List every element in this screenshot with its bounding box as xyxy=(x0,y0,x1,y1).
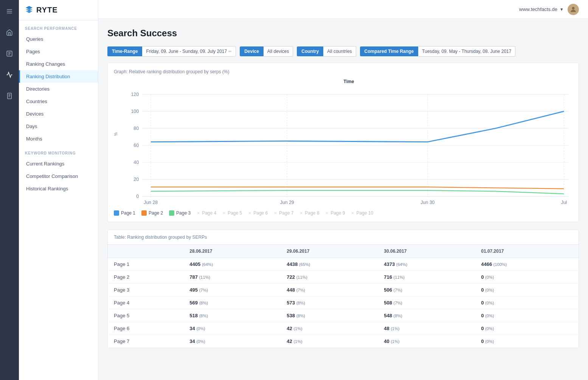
sidebar-item-ranking-distribution[interactable]: Ranking Distribution xyxy=(19,70,98,83)
table-row: Page 1 4405 (64%) 4438 (65%) 4373 (64%) … xyxy=(108,258,579,271)
row-d4: 0 (0%) xyxy=(475,322,579,335)
time-range-filter: Time-Range Friday, 09. June - Sunday, 09… xyxy=(107,46,236,57)
legend-page4[interactable]: ✕ Page 4 xyxy=(197,210,216,216)
compared-value-btn[interactable]: Tuesday, 09. May - Thursday, 08. June 20… xyxy=(418,46,515,57)
sidebar-item-ranking-changes[interactable]: Ranking Changes xyxy=(19,58,98,70)
compared-time-range-filter: Compared Time Range Tuesday, 09. May - T… xyxy=(360,46,516,57)
ranking-table: 28.06.2017 29.06.2017 30.06.2017 01.07.2… xyxy=(108,245,579,348)
legend-page3[interactable]: Page 3 xyxy=(169,210,191,216)
page-body: Search Success Time-Range Friday, 09. Ju… xyxy=(98,19,588,380)
sidebar-item-competitor-comparison[interactable]: Competitor Comparison xyxy=(19,170,98,182)
row-d1: 34 (0%) xyxy=(183,322,281,335)
logo-mark xyxy=(25,5,33,15)
site-selector[interactable]: www.techfacts.de ▾ xyxy=(519,6,563,12)
legend-label-page10: Page 10 xyxy=(356,210,373,216)
sidebar-item-directories[interactable]: Directories xyxy=(19,83,98,95)
legend-x-page10: ✕ xyxy=(351,211,354,216)
legend-label-page5: Page 5 xyxy=(228,210,242,216)
table-card: Table: Ranking distribution grouped by S… xyxy=(107,230,579,348)
row-d4: 0 (0%) xyxy=(475,284,579,297)
legend-page8[interactable]: ✕ Page 8 xyxy=(299,210,319,216)
legend-label-page4: Page 4 xyxy=(202,210,216,216)
country-label-btn[interactable]: Country xyxy=(297,46,323,56)
menu-icon[interactable] xyxy=(3,5,16,18)
row-d2: 538 (8%) xyxy=(281,309,378,322)
legend-page6[interactable]: ✕ Page 6 xyxy=(248,210,268,216)
dropdown-icon: ▾ xyxy=(560,6,563,12)
legend-page2[interactable]: Page 2 xyxy=(141,210,163,216)
home-icon[interactable] xyxy=(3,26,16,39)
row-d4: 0 (0%) xyxy=(475,335,579,348)
icon-sidebar xyxy=(0,0,19,380)
search-performance-label: SEARCH PERFORMANCE xyxy=(19,20,98,33)
device-value-btn[interactable]: All devices xyxy=(264,46,293,57)
svg-point-11 xyxy=(572,7,575,9)
sidebar-item-pages[interactable]: Pages xyxy=(19,45,98,58)
row-d3: 506 (7%) xyxy=(378,284,475,297)
row-d2: 722 (11%) xyxy=(281,271,378,284)
page-title: Search Success xyxy=(107,28,579,39)
time-range-value-btn[interactable]: Friday, 09. June - Sunday, 09. July 2017… xyxy=(142,46,236,57)
chart-card: Graph: Relative ranking distribution gro… xyxy=(107,63,579,222)
row-label: Page 3 xyxy=(108,284,183,297)
legend-page5[interactable]: ✕ Page 5 xyxy=(222,210,242,216)
row-d1: 787 (11%) xyxy=(183,271,281,284)
row-d1: 518 (8%) xyxy=(183,309,281,322)
legend-x-page9: ✕ xyxy=(325,211,329,216)
legend-page10[interactable]: ✕ Page 10 xyxy=(351,210,373,216)
svg-text:40: 40 xyxy=(133,160,139,165)
chart-legend: Page 1 Page 2 Page 3 ✕ Page 4 ✕ Page 5 xyxy=(114,206,572,216)
sidebar-item-months[interactable]: Months xyxy=(19,133,98,145)
row-d1: 34 (0%) xyxy=(183,335,281,348)
left-nav: RYTE SEARCH PERFORMANCE Queries Pages Ra… xyxy=(19,0,98,380)
row-d3: 48 (1%) xyxy=(378,322,475,335)
row-label: Page 7 xyxy=(108,335,183,348)
logo-area: RYTE xyxy=(19,0,98,20)
sidebar-item-days[interactable]: Days xyxy=(19,120,98,133)
main-content: www.techfacts.de ▾ Search Success Time-R… xyxy=(98,0,588,380)
legend-dot-page2 xyxy=(141,210,147,216)
table-row: Page 3 495 (7%) 448 (7%) 506 (7%) 0 (0%) xyxy=(108,284,579,297)
legend-page9[interactable]: ✕ Page 9 xyxy=(325,210,345,216)
row-d1: 4405 (64%) xyxy=(183,258,281,271)
document-icon[interactable] xyxy=(3,47,16,60)
legend-dot-page3 xyxy=(169,210,174,216)
row-d4: 0 (0%) xyxy=(475,297,579,309)
clipboard-icon[interactable] xyxy=(3,89,16,103)
table-title: Table: Ranking distribution grouped by S… xyxy=(114,235,207,240)
legend-label-page2: Page 2 xyxy=(149,210,163,216)
time-range-label-btn[interactable]: Time-Range xyxy=(107,46,142,56)
chart-icon[interactable] xyxy=(3,68,16,82)
col-header-d2: 29.06.2017 xyxy=(281,245,378,258)
device-label-btn[interactable]: Device xyxy=(240,46,264,56)
svg-text:Jun 28: Jun 28 xyxy=(144,200,158,205)
row-d2: 4438 (65%) xyxy=(281,258,378,271)
sidebar-item-queries[interactable]: Queries xyxy=(19,33,98,45)
chart-wrapper: % Time 120 100 80 60 40 xyxy=(125,79,572,206)
device-filter: Device All devices xyxy=(240,46,293,57)
row-d2: 448 (7%) xyxy=(281,284,378,297)
keyword-monitoring-section: KEYWORD MONITORING Current Rankings Comp… xyxy=(19,145,98,195)
compared-label-btn[interactable]: Compared Time Range xyxy=(360,46,418,56)
sidebar-item-countries[interactable]: Countries xyxy=(19,95,98,108)
legend-label-page8: Page 8 xyxy=(305,210,319,216)
sidebar-item-current-rankings[interactable]: Current Rankings xyxy=(19,158,98,170)
legend-page1[interactable]: Page 1 xyxy=(114,210,135,216)
legend-x-page7: ✕ xyxy=(274,211,277,216)
row-d1: 569 (8%) xyxy=(183,297,281,309)
col-header-d1: 28.06.2017 xyxy=(183,245,281,258)
row-d2: 42 (1%) xyxy=(281,335,378,348)
sidebar-item-devices[interactable]: Devices xyxy=(19,108,98,120)
country-value-btn[interactable]: All countries xyxy=(323,46,356,57)
svg-text:120: 120 xyxy=(131,92,139,97)
legend-x-page8: ✕ xyxy=(299,211,303,216)
table-header: 28.06.2017 29.06.2017 30.06.2017 01.07.2… xyxy=(108,245,579,258)
svg-text:Jun 30: Jun 30 xyxy=(420,200,434,205)
row-label: Page 6 xyxy=(108,322,183,335)
avatar[interactable] xyxy=(568,4,579,15)
country-filter: Country All countries xyxy=(297,46,356,57)
legend-x-page4: ✕ xyxy=(197,211,200,216)
legend-page7[interactable]: ✕ Page 7 xyxy=(274,210,293,216)
sidebar-item-historical-rankings[interactable]: Historical Rankings xyxy=(19,182,98,195)
legend-label-page1: Page 1 xyxy=(121,210,135,216)
